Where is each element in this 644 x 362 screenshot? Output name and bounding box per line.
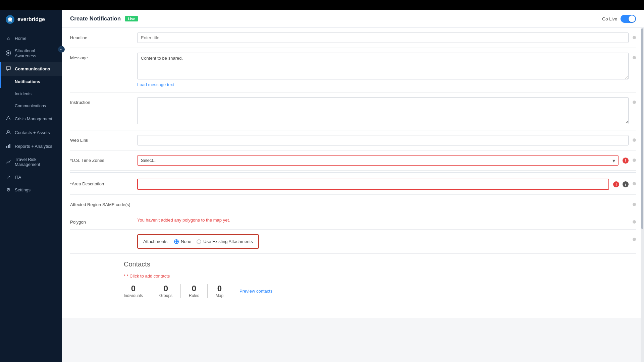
rules-label: Rules	[189, 293, 199, 298]
everbridge-logo-icon	[5, 15, 15, 24]
sidebar-item-home[interactable]: ⌂ Home	[0, 32, 62, 45]
reports-analytics-icon	[5, 143, 11, 149]
headline-input[interactable]	[137, 33, 629, 43]
sidebar-item-incidents[interactable]: Incidents	[0, 88, 62, 100]
map-count: 0	[217, 284, 222, 293]
headline-dot	[633, 36, 636, 39]
svg-point-2	[7, 52, 9, 54]
timezones-dot	[633, 159, 636, 162]
attachments-existing-option[interactable]: Use Existing Attachments	[197, 239, 253, 244]
sidebar-item-ita[interactable]: ↗ ITA	[0, 171, 62, 183]
ita-icon: ↗	[5, 174, 11, 180]
area-description-label: *Area Description	[70, 179, 137, 186]
us-timezones-row: *U.S. Time Zones Select... Eastern Time …	[70, 150, 636, 171]
area-description-input[interactable]	[137, 179, 609, 190]
attachments-row: Attachments None Use Existing Attachment…	[70, 230, 636, 254]
load-message-link[interactable]: Load message text	[137, 82, 174, 87]
contacts-stat-individuals[interactable]: 0 Individuals	[124, 284, 151, 298]
sidebar-item-situational-awareness[interactable]: Situational Awareness	[0, 45, 62, 62]
area-desc-dot	[633, 182, 636, 185]
rules-count: 0	[192, 284, 196, 293]
instruction-textarea[interactable]	[137, 97, 629, 124]
sidebar-item-label: Situational Awareness	[15, 48, 57, 58]
attachments-none-option[interactable]: None	[174, 239, 191, 244]
area-description-row: *Area Description ! i	[70, 174, 636, 195]
sidebar-item-label: Crisis Management	[15, 116, 52, 121]
svg-rect-6	[9, 144, 10, 148]
attachments-dot	[633, 238, 636, 241]
headline-label: Headline	[70, 33, 137, 40]
headline-field	[137, 33, 629, 43]
sidebar: everbridge ‹‹ ⌂ Home Situational Awarene…	[0, 10, 62, 362]
sidebar-item-communications-sub[interactable]: Communications	[0, 100, 62, 112]
affected-region-dot	[633, 203, 636, 206]
web-link-row: Web Link	[70, 130, 636, 150]
page-header: Create Notification Live Go Live	[62, 10, 644, 28]
sidebar-item-label: Notifications	[15, 79, 40, 84]
scrollbar-track[interactable]	[641, 28, 644, 362]
sidebar-collapse-button[interactable]: ‹‹	[58, 46, 65, 53]
attachments-existing-radio[interactable]	[197, 239, 201, 244]
timezones-error-icon: !	[623, 158, 629, 164]
area-desc-info-icon: i	[623, 181, 629, 187]
web-link-dot	[633, 138, 636, 142]
attachments-highlight-box: Attachments None Use Existing Attachment…	[137, 234, 259, 249]
web-link-input[interactable]	[137, 135, 629, 145]
form-container: Headline Message <span data-bind="form.f…	[62, 28, 644, 318]
svg-rect-4	[6, 146, 7, 148]
headline-row: Headline	[70, 28, 636, 48]
sidebar-item-label: Communications	[15, 66, 50, 71]
contacts-assets-icon	[5, 129, 11, 136]
affected-region-row: Affected Region SAME code(s)	[70, 195, 636, 212]
sidebar-logo: everbridge	[0, 10, 62, 29]
groups-count: 0	[164, 284, 168, 293]
sidebar-item-contacts-assets[interactable]: Contacts + Assets	[0, 126, 62, 139]
form-divider	[70, 172, 636, 173]
sidebar-item-communications[interactable]: Communications	[0, 62, 62, 76]
sidebar-item-crisis-management[interactable]: Crisis Management	[0, 112, 62, 126]
sidebar-item-reports-analytics[interactable]: Reports + Analytics	[0, 139, 62, 153]
attachments-radio-group: None Use Existing Attachments	[174, 239, 253, 244]
groups-label: Groups	[159, 293, 172, 298]
polygon-error-text: You haven't added any polygons to the ma…	[137, 218, 230, 223]
contacts-stat-rules[interactable]: 0 Rules	[181, 284, 208, 298]
preview-contacts-link[interactable]: Preview contacts	[239, 289, 272, 294]
situational-awareness-icon	[5, 50, 11, 57]
attachments-label-spacer	[70, 234, 137, 237]
svg-point-3	[7, 130, 9, 132]
form-area: Headline Message <span data-bind="form.f…	[62, 28, 644, 362]
message-textarea[interactable]: <span data-bind="form.fields.message.val…	[137, 53, 629, 79]
area-desc-error-icon: !	[613, 181, 619, 187]
sidebar-item-settings[interactable]: ⚙ Settings	[0, 183, 62, 196]
instruction-field	[137, 97, 629, 125]
crisis-management-icon	[5, 116, 11, 122]
map-label: Map	[216, 293, 223, 298]
sidebar-item-notifications[interactable]: Notifications	[0, 76, 62, 88]
message-field: <span data-bind="form.fields.message.val…	[137, 53, 629, 87]
web-link-label: Web Link	[70, 135, 137, 143]
us-timezones-select[interactable]: Select... Eastern Time Central Time Moun…	[137, 155, 619, 166]
svg-rect-5	[8, 145, 9, 148]
message-row: Message <span data-bind="form.fields.mes…	[70, 48, 636, 93]
contacts-stat-groups[interactable]: 0 Groups	[151, 284, 181, 298]
sidebar-item-label: Incidents	[15, 92, 32, 96]
instruction-label: Instruction	[70, 97, 137, 105]
us-timezones-field: Select... Eastern Time Central Time Moun…	[137, 155, 629, 166]
sidebar-item-label: Reports + Analytics	[15, 144, 52, 149]
contacts-stat-map[interactable]: 0 Map	[208, 284, 231, 298]
attachments-none-label: None	[181, 239, 191, 244]
us-timezones-label: *U.S. Time Zones	[70, 155, 137, 163]
sidebar-item-travel-risk[interactable]: Travel Risk Management	[0, 153, 62, 171]
sidebar-item-label: Contacts + Assets	[15, 130, 50, 135]
polygon-field: You haven't added any polygons to the ma…	[137, 217, 629, 223]
attachments-field: Attachments None Use Existing Attachment…	[137, 234, 629, 249]
instruction-dot	[633, 101, 636, 104]
polygon-dot	[633, 220, 636, 224]
message-label: Message	[70, 53, 137, 60]
individuals-count: 0	[131, 284, 136, 293]
sidebar-item-label: Settings	[15, 187, 31, 192]
affected-region-label: Affected Region SAME code(s)	[70, 199, 137, 207]
go-live-toggle[interactable]	[621, 15, 636, 23]
sidebar-item-label: Travel Risk Management	[15, 157, 57, 167]
attachments-none-radio[interactable]	[174, 239, 179, 244]
